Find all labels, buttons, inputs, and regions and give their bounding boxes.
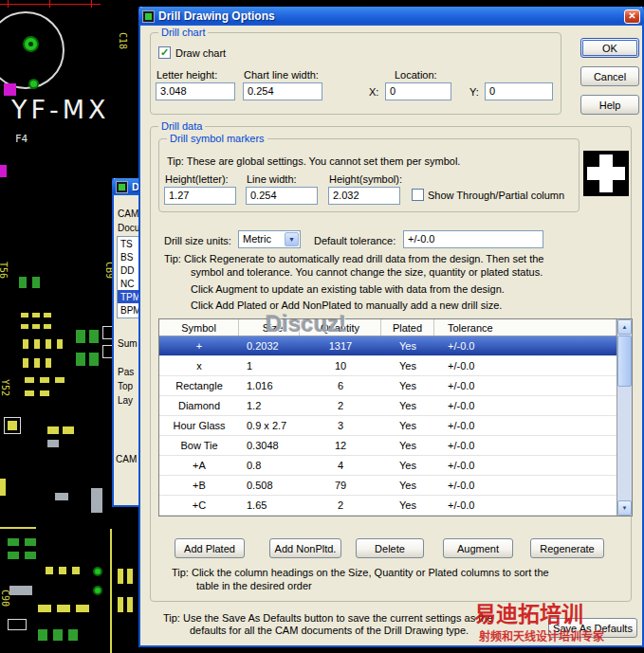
location-x-input[interactable]: 0 bbox=[385, 82, 451, 100]
pcb-shape bbox=[76, 330, 85, 343]
pcb-shape bbox=[63, 426, 74, 434]
pcb-shape bbox=[32, 277, 40, 288]
table-row[interactable]: Hour Glass0.9 x 2.73Yes+/-0.0 bbox=[159, 416, 616, 436]
pcb-shape bbox=[25, 538, 36, 546]
pcb-shape bbox=[59, 567, 66, 574]
column-header-tolerance[interactable]: Tolerance bbox=[434, 319, 616, 336]
tip-line: symbol and tolerance. You cannot change … bbox=[191, 266, 543, 278]
drill-data-legend: Drill data bbox=[158, 120, 205, 132]
pcb-shape bbox=[23, 339, 28, 349]
pads-icon bbox=[116, 181, 128, 193]
pcb-shape bbox=[118, 569, 123, 584]
pcb-shape bbox=[57, 339, 63, 349]
height-letter-input[interactable]: 1.27 bbox=[164, 187, 236, 205]
table-row[interactable]: +0.20321317Yes+/-0.0 bbox=[159, 336, 616, 356]
location-y-input[interactable]: 0 bbox=[485, 82, 553, 100]
table-cell: 1317 bbox=[300, 336, 381, 355]
table-cell: Yes bbox=[381, 436, 434, 455]
chart-line-width-label: Chart line width: bbox=[244, 69, 319, 81]
letter-height-input[interactable]: 3.048 bbox=[156, 82, 235, 100]
add-plated-button[interactable]: Add Plated bbox=[175, 538, 245, 558]
column-header-symbol[interactable]: Symbol bbox=[159, 319, 239, 336]
table-cell: 0.2032 bbox=[239, 336, 300, 355]
pcb-shape bbox=[44, 313, 51, 317]
column-header-plated[interactable]: Plated bbox=[381, 319, 434, 336]
pcb-shape bbox=[40, 377, 49, 383]
ok-button[interactable]: OK bbox=[580, 38, 639, 58]
summary-label: Sum bbox=[118, 338, 138, 349]
table-cell: +C bbox=[159, 496, 239, 515]
drill-symbol-markers-group: Drill symbol markers Tip: These are glob… bbox=[158, 138, 580, 212]
line-width-input[interactable]: 0.254 bbox=[246, 187, 318, 205]
sort-tip-line1: Tip: Click the column headings on the Si… bbox=[172, 567, 549, 578]
table-scrollbar[interactable]: ▲ ▼ bbox=[616, 319, 632, 516]
drill-table: Symbol Size Quantity Plated Tolerance +0… bbox=[158, 318, 633, 517]
scroll-up-icon[interactable]: ▲ bbox=[617, 319, 632, 335]
scroll-down-icon[interactable]: ▼ bbox=[617, 500, 632, 516]
pcb-shape bbox=[47, 440, 59, 447]
height-symbol-input[interactable]: 2.032 bbox=[328, 187, 400, 205]
top-label: Top bbox=[118, 381, 133, 391]
pcb-shape bbox=[127, 569, 133, 584]
help-button[interactable]: Help bbox=[580, 95, 639, 115]
footer-tip-line2: defaults for all the CAM documents of th… bbox=[190, 625, 469, 636]
table-cell: 6 bbox=[300, 376, 381, 395]
table-cell: Diamond bbox=[159, 396, 239, 415]
add-nonplated-button[interactable]: Add NonPltd. bbox=[269, 538, 341, 558]
brand-watermark-sub: 射频和天线设计培训专家 bbox=[479, 627, 604, 644]
table-cell: + bbox=[159, 336, 239, 355]
pcb-shape bbox=[40, 390, 49, 396]
drill-chart-legend: Drill chart bbox=[158, 27, 208, 38]
pcb-shape bbox=[127, 597, 133, 612]
pcb-shape bbox=[55, 493, 68, 500]
table-cell: 1.65 bbox=[239, 496, 300, 515]
chart-line-width-input[interactable]: 0.254 bbox=[243, 82, 322, 100]
pcb-shape bbox=[47, 426, 59, 434]
tip-line: Tip: Click Regenerate to automatically r… bbox=[164, 253, 544, 264]
chevron-down-icon[interactable]: ▼ bbox=[285, 232, 299, 246]
pcb-board-title: YF-MX bbox=[11, 95, 110, 124]
table-row[interactable]: Diamond1.22Yes+/-0.0 bbox=[159, 396, 616, 416]
discuz-watermark: Discuz! bbox=[266, 311, 346, 337]
pcb-shape bbox=[8, 552, 19, 559]
default-tolerance-label: Default tolerance: bbox=[314, 235, 396, 246]
close-icon[interactable]: ✕ bbox=[624, 9, 640, 24]
augment-button[interactable]: Augment bbox=[443, 538, 513, 558]
table-cell: Yes bbox=[381, 456, 434, 475]
titlebar[interactable]: Drill Drawing Options ✕ bbox=[138, 7, 644, 26]
pcb-shape bbox=[34, 358, 40, 368]
table-row[interactable]: +C1.652Yes+/-0.0 bbox=[159, 496, 616, 516]
show-partial-checkbox[interactable] bbox=[412, 189, 424, 201]
pcb-shape bbox=[25, 377, 34, 383]
height-letter-label: Height(letter): bbox=[165, 173, 229, 185]
pcb-shape bbox=[53, 629, 63, 641]
pcb-shape bbox=[21, 324, 28, 329]
table-row[interactable]: Bow Tie0.304812Yes+/-0.0 bbox=[159, 436, 616, 456]
draw-chart-checkbox[interactable]: ✓ bbox=[158, 46, 171, 59]
scrollbar-thumb[interactable] bbox=[617, 336, 632, 387]
pcb-shape bbox=[93, 567, 102, 576]
regenerate-button[interactable]: Regenerate bbox=[530, 538, 604, 558]
table-row[interactable]: +A0.84Yes+/-0.0 bbox=[159, 456, 616, 476]
table-cell: Yes bbox=[381, 476, 434, 495]
pcb-shape bbox=[21, 313, 28, 317]
cancel-button[interactable]: Cancel bbox=[580, 66, 639, 86]
default-tolerance-input[interactable]: +/-0.0 bbox=[403, 230, 543, 248]
drill-size-units-select[interactable]: Metric ▼ bbox=[238, 230, 301, 248]
table-row[interactable]: +B0.50879Yes+/-0.0 bbox=[159, 476, 616, 496]
table-cell: +/-0.0 bbox=[434, 436, 616, 455]
pcb-shape bbox=[28, 79, 39, 89]
pcb-shape bbox=[91, 0, 92, 8]
table-cell: Yes bbox=[381, 416, 434, 435]
table-row[interactable]: x110Yes+/-0.0 bbox=[159, 356, 616, 376]
footer-tip-line1: Tip: Use the Save As Defaults button to … bbox=[163, 612, 493, 624]
table-cell: +/-0.0 bbox=[434, 336, 616, 355]
table-cell: +/-0.0 bbox=[434, 496, 616, 515]
table-cell: 10 bbox=[300, 356, 381, 375]
pcb-shape bbox=[118, 597, 123, 612]
table-row[interactable]: Rectangle1.0166Yes+/-0.0 bbox=[159, 376, 616, 396]
pcb-shape bbox=[28, 42, 33, 46]
pcb-shape bbox=[0, 479, 6, 496]
delete-button[interactable]: Delete bbox=[356, 538, 424, 558]
table-cell: +A bbox=[159, 456, 239, 475]
